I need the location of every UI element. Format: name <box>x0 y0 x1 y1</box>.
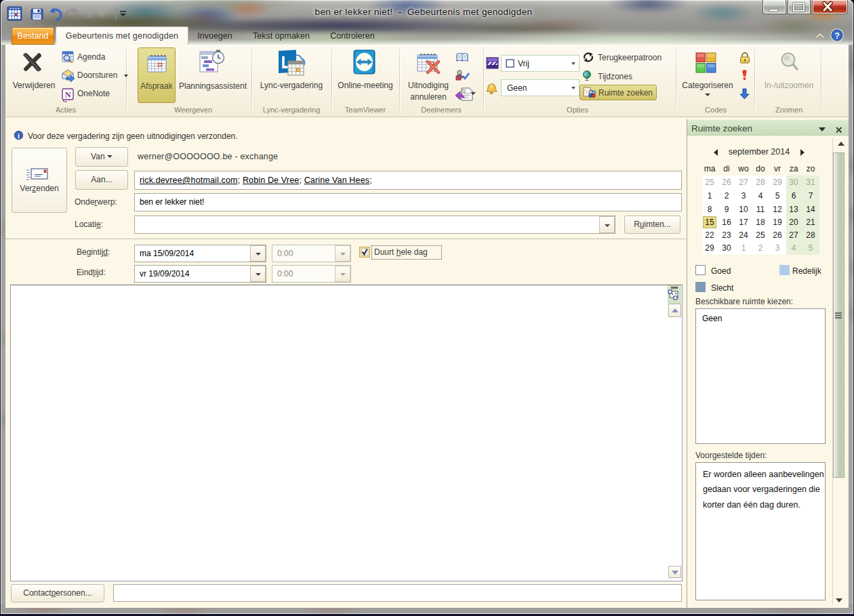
svg-text:N: N <box>65 90 71 100</box>
svg-text:i: i <box>18 132 20 140</box>
svg-text:?: ? <box>834 31 840 41</box>
